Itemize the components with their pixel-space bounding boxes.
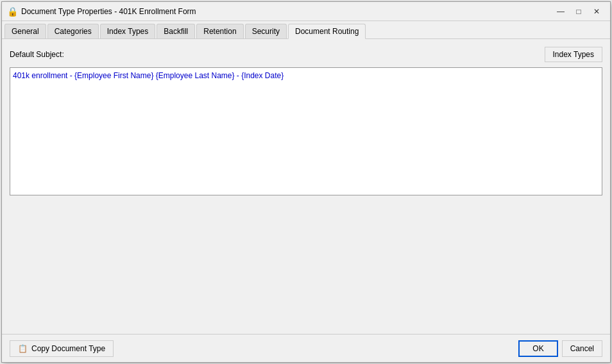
copy-document-type-button[interactable]: 📋 Copy Document Type bbox=[10, 340, 114, 357]
minimize-button[interactable]: — bbox=[552, 4, 569, 19]
title-bar-controls: — □ ✕ bbox=[552, 4, 605, 19]
title-bar: 🔒 Document Type Properties - 401K Enroll… bbox=[2, 2, 610, 21]
ok-button[interactable]: OK bbox=[518, 340, 557, 357]
default-subject-label: Default Subject: bbox=[10, 50, 540, 59]
index-types-button[interactable]: Index Types bbox=[545, 47, 603, 62]
content-area: Default Subject: Index Types 401k enroll… bbox=[2, 39, 610, 334]
window-title: Document Type Properties - 401K Enrollme… bbox=[21, 7, 552, 16]
maximize-button[interactable]: □ bbox=[570, 4, 587, 19]
tab-backfill[interactable]: Backfill bbox=[157, 24, 195, 38]
tab-retention[interactable]: Retention bbox=[196, 24, 243, 38]
subject-text-area[interactable]: 401k enrollment - {Employee First Name} … bbox=[10, 67, 602, 195]
tab-bar: General Categories Index Types Backfill … bbox=[2, 21, 610, 39]
window-icon: 🔒 bbox=[7, 6, 17, 17]
cancel-button[interactable]: Cancel bbox=[562, 340, 602, 357]
footer-left: 📋 Copy Document Type bbox=[10, 340, 114, 357]
tab-categories[interactable]: Categories bbox=[47, 24, 99, 38]
tab-security[interactable]: Security bbox=[245, 24, 287, 38]
close-button[interactable]: ✕ bbox=[588, 4, 605, 19]
footer: 📋 Copy Document Type OK Cancel bbox=[2, 334, 610, 362]
copy-button-label: Copy Document Type bbox=[31, 344, 105, 353]
tab-document-routing[interactable]: Document Routing bbox=[288, 24, 366, 39]
main-window: 🔒 Document Type Properties - 401K Enroll… bbox=[1, 1, 611, 363]
tab-index-types[interactable]: Index Types bbox=[100, 24, 156, 38]
default-subject-row: Default Subject: Index Types bbox=[10, 47, 602, 62]
subject-text-content: 401k enrollment - {Employee First Name} … bbox=[13, 70, 599, 81]
tab-general[interactable]: General bbox=[4, 24, 46, 38]
footer-right: OK Cancel bbox=[518, 340, 602, 357]
copy-icon: 📋 bbox=[18, 344, 28, 353]
